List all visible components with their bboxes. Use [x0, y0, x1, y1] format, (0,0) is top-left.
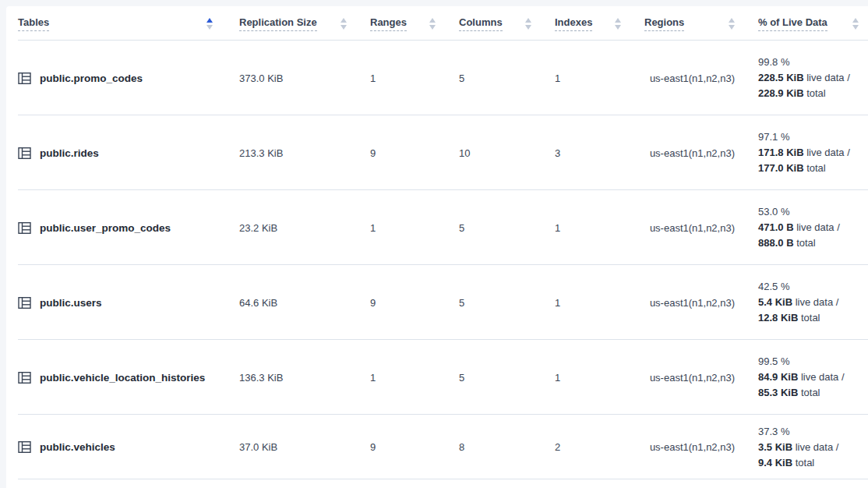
sort-ascending-arrow-icon	[525, 18, 531, 23]
column-header-columns[interactable]: Columns	[459, 16, 555, 31]
sort-ascending-arrow-icon	[729, 18, 735, 23]
column-header-label[interactable]: Replication Size	[239, 16, 317, 31]
table-name-link[interactable]: public.vehicle_location_histories	[40, 372, 205, 384]
columns-cell: 8	[459, 441, 555, 453]
live-data-percent: 99.8 %	[758, 55, 868, 70]
table-grid-icon	[18, 147, 31, 160]
total-data-size: 12.8 KiB	[758, 312, 798, 324]
indexes-cell: 1	[555, 372, 644, 384]
live-data-percent: 37.3 %	[758, 424, 868, 440]
replication-size-cell: 213.3 KiB	[239, 147, 370, 159]
table-grid-icon	[18, 440, 31, 454]
column-header-replication-size[interactable]: Replication Size	[239, 16, 370, 31]
live-data-line: 84.9 KiB live data /	[758, 370, 868, 385]
total-data-line: 228.9 KiB total	[758, 86, 868, 101]
columns-cell: 5	[459, 72, 555, 84]
ranges-cell: 1	[370, 72, 459, 84]
table-grid-icon	[18, 221, 31, 235]
column-header-label[interactable]: Columns	[459, 16, 503, 31]
replication-size-cell: 136.3 KiB	[239, 372, 370, 384]
sort-descending-arrow-icon	[340, 25, 347, 30]
table-name-cell: public.user_promo_codes	[6, 221, 239, 235]
total-data-line: 9.4 KiB total	[758, 455, 868, 471]
column-header-ranges[interactable]: Ranges	[370, 16, 459, 31]
table-name-link[interactable]: public.user_promo_codes	[40, 222, 171, 234]
table-row[interactable]: public.vehicles 37.0 KiB 9 8 2 us-east1(…	[6, 415, 868, 479]
total-data-size: 177.0 KiB	[758, 162, 804, 174]
table-row[interactable]: public.rides 213.3 KiB 9 10 3 us-east1(n…	[6, 115, 868, 190]
ranges-cell: 9	[370, 297, 459, 309]
total-data-label: total	[804, 87, 826, 99]
indexes-cell: 2	[555, 441, 644, 453]
table-grid-icon	[18, 371, 31, 384]
live-data-label: live data /	[804, 72, 850, 83]
live-data-percent: 42.5 %	[758, 279, 868, 295]
replication-size-cell: 373.0 KiB	[239, 72, 370, 84]
table-name-link[interactable]: public.vehicles	[40, 441, 115, 453]
table-grid-icon	[18, 296, 31, 309]
live-data-size: 3.5 KiB	[758, 441, 792, 453]
sort-icon[interactable]	[729, 18, 735, 30]
indexes-cell: 1	[555, 297, 644, 309]
sort-ascending-arrow-icon	[615, 18, 621, 23]
table-header-row: Tables Replication Size Ranges Columns I…	[6, 6, 868, 41]
table-name-link[interactable]: public.users	[40, 297, 102, 309]
ranges-cell: 1	[370, 372, 459, 384]
sort-icon[interactable]	[615, 18, 621, 30]
regions-cell: us-east1(n1,n2,n3)	[644, 441, 758, 453]
sort-ascending-arrow-icon	[852, 18, 859, 23]
live-data-size: 471.0 B	[758, 221, 794, 233]
table-name-cell: public.vehicles	[6, 440, 239, 454]
sort-descending-arrow-icon	[615, 25, 621, 30]
column-header-label[interactable]: Regions	[644, 16, 684, 31]
total-data-label: total	[798, 312, 820, 324]
live-data-label: live data /	[804, 147, 850, 158]
regions-cell: us-east1(n1,n2,n3)	[644, 297, 758, 309]
sort-descending-arrow-icon	[525, 25, 531, 30]
column-header-tables[interactable]: Tables	[6, 16, 239, 31]
table-row[interactable]: public.users 64.6 KiB 9 5 1 us-east1(n1,…	[6, 265, 868, 340]
sort-icon[interactable]	[340, 18, 347, 30]
live-data-size: 84.9 KiB	[758, 371, 798, 383]
sort-icon[interactable]	[852, 18, 859, 30]
column-header-indexes[interactable]: Indexes	[555, 16, 644, 31]
sort-icon[interactable]	[206, 18, 213, 30]
ranges-cell: 9	[370, 441, 459, 453]
column-header-of-live-data[interactable]: % of Live Data	[758, 16, 868, 31]
total-data-label: total	[798, 387, 820, 398]
table-name-cell: public.users	[6, 296, 239, 309]
indexes-cell: 3	[555, 147, 644, 159]
column-header-label[interactable]: % of Live Data	[758, 16, 827, 31]
total-data-size: 85.3 KiB	[758, 387, 798, 398]
table-name-cell: public.promo_codes	[6, 72, 239, 85]
total-data-line: 85.3 KiB total	[758, 385, 868, 401]
table-row[interactable]: public.promo_codes 373.0 KiB 1 5 1 us-ea…	[6, 41, 868, 115]
live-data-cell: 37.3 % 3.5 KiB live data / 9.4 KiB total	[758, 424, 868, 471]
table-name-cell: public.vehicle_location_histories	[6, 371, 239, 384]
column-header-label[interactable]: Indexes	[555, 16, 592, 31]
sort-descending-arrow-icon	[729, 25, 735, 30]
column-header-label[interactable]: Tables	[18, 16, 49, 31]
regions-cell: us-east1(n1,n2,n3)	[644, 72, 758, 84]
live-data-label: live data /	[794, 221, 840, 233]
sort-icon[interactable]	[525, 18, 531, 30]
sort-descending-arrow-icon	[852, 25, 859, 30]
columns-cell: 5	[459, 372, 555, 384]
table-row[interactable]: public.user_promo_codes 23.2 KiB 1 5 1 u…	[6, 190, 868, 265]
live-data-label: live data /	[792, 296, 838, 308]
indexes-cell: 1	[555, 72, 644, 84]
column-header-label[interactable]: Ranges	[370, 16, 407, 31]
sort-ascending-arrow-icon	[340, 18, 347, 23]
live-data-line: 171.8 KiB live data /	[758, 145, 868, 161]
table-name-link[interactable]: public.rides	[40, 147, 99, 159]
column-header-regions[interactable]: Regions	[644, 16, 758, 31]
total-data-line: 12.8 KiB total	[758, 310, 868, 326]
table-row[interactable]: public.vehicle_location_histories 136.3 …	[6, 340, 868, 415]
live-data-cell: 99.8 % 228.5 KiB live data / 228.9 KiB t…	[758, 55, 868, 101]
sort-icon[interactable]	[429, 18, 436, 30]
total-data-line: 888.0 B total	[758, 235, 868, 251]
live-data-size: 228.5 KiB	[758, 72, 804, 83]
live-data-cell: 42.5 % 5.4 KiB live data / 12.8 KiB tota…	[758, 279, 868, 326]
live-data-label: live data /	[792, 441, 838, 453]
table-name-link[interactable]: public.promo_codes	[40, 72, 143, 84]
